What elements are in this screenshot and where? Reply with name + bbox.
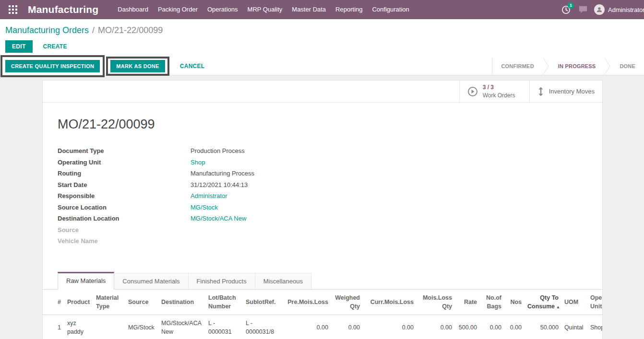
menu-dashboard[interactable]: Dashboard [113, 0, 153, 19]
chat-bubble-glyph [578, 5, 588, 14]
edit-button[interactable]: EDIT [5, 40, 33, 53]
annotation-box-create-quality-inspection: CREATE QUALITY INSPECTION [0, 55, 105, 77]
work-orders-label: Work Orders [483, 92, 515, 100]
tab-finished-products[interactable]: Finished Products [189, 273, 255, 289]
tab-miscellaneous[interactable]: Miscellaneous [255, 273, 311, 289]
cell-uom: Quintal [561, 315, 587, 339]
cell-sublotref: L - 0000031/8 [243, 315, 281, 339]
col-destination[interactable]: Destination [158, 290, 205, 315]
field-document-type: Document Type Production Process [58, 147, 602, 158]
cell-destination: MG/Stock/ACA New [158, 315, 205, 339]
app-title: Manufacturing [28, 4, 98, 15]
breadcrumb-parent-link[interactable]: Manufacturing Orders [5, 25, 89, 35]
menu-packing-order[interactable]: Packing Order [153, 0, 203, 19]
col-qty-to-consume-label: Qty To Consume [527, 294, 559, 310]
field-value-link[interactable]: Administrator [191, 192, 227, 200]
field-label: Start Date [58, 181, 191, 189]
col-mois-loss-qty[interactable]: Mois.Loss Qty [417, 290, 455, 315]
menu-master-data[interactable]: Master Data [287, 0, 331, 19]
control-panel-buttons: EDIT CREATE [5, 40, 644, 53]
state-in-progress[interactable]: IN PROGRESS [549, 63, 605, 69]
topbar-right: 1 Administrator [560, 0, 644, 19]
field-value-link[interactable]: MG/Stock [191, 203, 218, 211]
col-index[interactable]: # [43, 290, 64, 315]
cell-mois-loss-qty: 0.00 [417, 315, 455, 339]
menu-operations[interactable]: Operations [203, 0, 243, 19]
notebook-tabs: Raw Materials Consumed Materials Finishe… [43, 272, 602, 290]
cell-product: xyz paddy [64, 315, 93, 339]
col-uom[interactable]: UOM [561, 290, 587, 315]
col-pre-mois-loss[interactable]: Pre.Mois.Loss [281, 290, 331, 315]
menu-configuration[interactable]: Configuration [367, 0, 414, 19]
breadcrumb-current: MO/21-22/00099 [98, 25, 163, 35]
col-qty-to-consume[interactable]: Qty To Consume▲ [525, 290, 561, 315]
inventory-moves-button[interactable]: Inventory Moves [529, 81, 602, 102]
col-product[interactable]: Product [64, 290, 93, 315]
status-pipeline: CONFIRMED IN PROGRESS DONE [492, 58, 644, 75]
col-nos[interactable]: Nos [504, 290, 525, 315]
state-done[interactable]: DONE [611, 63, 644, 69]
field-label: Source [58, 226, 191, 234]
statusbar: CREATE QUALITY INSPECTION MARK AS DONE C… [0, 58, 644, 75]
user-avatar [594, 4, 605, 15]
field-start-date: Start Date 31/12/2021 10:44:13 [58, 181, 602, 192]
form-content-area: 3 / 3 Work Orders Inventory Moves MO/21-… [0, 75, 644, 339]
field-source-location: Source Location MG/Stock [58, 203, 602, 215]
cell-curr-mois-loss: 0.00 [363, 315, 417, 339]
tab-consumed-materials[interactable]: Consumed Materials [114, 273, 188, 289]
field-group: Document Type Production Process Operati… [58, 147, 602, 248]
pipeline-arrow-icon [543, 58, 549, 75]
col-lot-batch-number[interactable]: Lot/Batch Number [205, 290, 243, 315]
table-row[interactable]: 1 xyz paddy MG/Stock MG/Stock/ACA New L … [43, 315, 603, 339]
col-material-type[interactable]: Material Type [93, 290, 125, 315]
tab-raw-materials[interactable]: Raw Materials [58, 272, 114, 290]
create-button[interactable]: CREATE [40, 43, 70, 50]
field-destination-location: Destination Location MG/Stock/ACA New [58, 214, 602, 226]
menu-reporting[interactable]: Reporting [331, 0, 367, 19]
user-menu[interactable]: Administrator [594, 4, 644, 15]
messages-icon[interactable] [577, 0, 589, 19]
col-source[interactable]: Source [125, 290, 158, 315]
field-responsible: Responsible Administrator [58, 192, 602, 203]
cell-operating-unit: Shop [587, 315, 603, 339]
field-label: Operating Unit [58, 158, 191, 166]
record-title: MO/21-22/00099 [58, 117, 602, 132]
cancel-button[interactable]: CANCEL [177, 62, 208, 70]
cell-no-of-bags: 0.00 [480, 315, 504, 339]
cell-weighed-qty: 0.00 [331, 315, 363, 339]
cell-material-type [93, 315, 125, 339]
col-no-of-bags[interactable]: No.of Bags [480, 290, 504, 315]
sort-asc-icon: ▲ [556, 305, 560, 309]
col-weighed-qty[interactable]: Weighed Qty [331, 290, 363, 315]
inventory-moves-label: Inventory Moves [549, 88, 595, 95]
cell-rate: 500.00 [455, 315, 480, 339]
col-rate[interactable]: Rate [455, 290, 480, 315]
apps-grid-icon[interactable] [5, 0, 21, 19]
cell-source: MG/Stock [125, 315, 158, 339]
field-value-link[interactable]: Shop [191, 158, 205, 166]
menu-mrp-quality[interactable]: MRP Quality [243, 0, 287, 19]
field-label: Destination Location [58, 214, 191, 222]
cell-qty-to-consume: 50.000 [525, 315, 561, 339]
col-curr-mois-loss[interactable]: Curr.Mois.Loss [363, 290, 417, 315]
manufacturing-order-form-page: { "topbar": { "app_title": "Manufacturin… [0, 0, 644, 339]
pipeline-arrow-icon [604, 58, 611, 75]
breadcrumb: Manufacturing Orders/MO/21-22/00099 [5, 24, 644, 36]
top-menu: Dashboard Packing Order Operations MRP Q… [113, 0, 414, 19]
apps-grid-glyph [9, 5, 17, 14]
field-source: Source [58, 226, 602, 237]
col-operating-unit[interactable]: Operating Unit [587, 290, 603, 315]
state-confirmed[interactable]: CONFIRMED [492, 63, 542, 69]
mark-as-done-button[interactable]: MARK AS DONE [110, 60, 165, 72]
create-quality-inspection-button[interactable]: CREATE QUALITY INSPECTION [5, 60, 100, 72]
field-label: Vehicle Name [58, 237, 191, 245]
field-value-link[interactable]: MG/Stock/ACA New [191, 214, 246, 222]
activity-clock-icon[interactable]: 1 [560, 0, 572, 19]
work-orders-button[interactable]: 3 / 3 Work Orders [459, 81, 529, 102]
field-label: Routing [58, 169, 191, 177]
field-vehicle-name: Vehicle Name [58, 237, 602, 248]
form-sheet: 3 / 3 Work Orders Inventory Moves MO/21-… [42, 80, 603, 339]
col-sublotref[interactable]: SublotRef. [243, 290, 281, 315]
top-navbar: Manufacturing Dashboard Packing Order Op… [0, 0, 644, 19]
play-circle-icon [467, 86, 478, 97]
